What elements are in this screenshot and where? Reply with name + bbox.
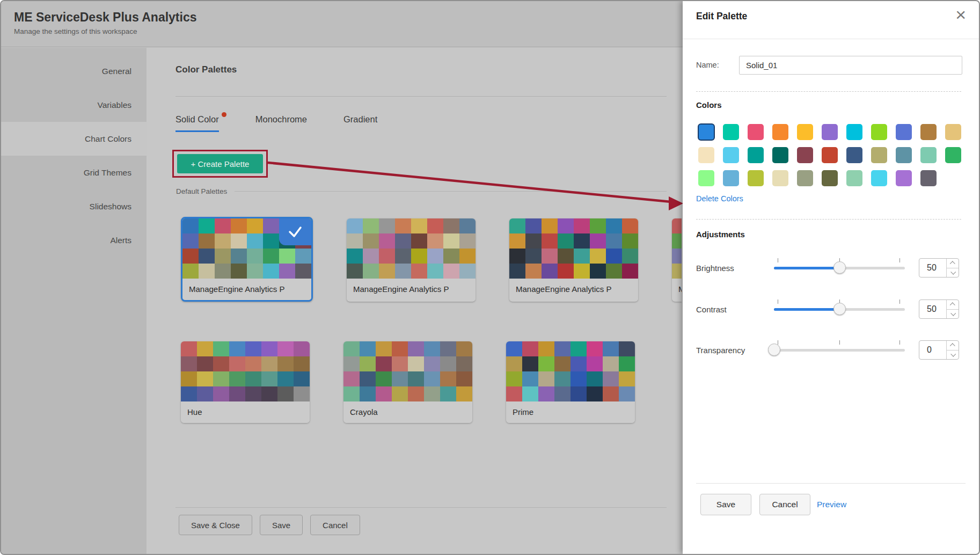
color-swatch[interactable]: [846, 147, 862, 163]
sidebar-item-chart-colors[interactable]: Chart Colors: [1, 122, 147, 156]
palette-swatch: [456, 371, 472, 386]
color-swatch-grid: [698, 124, 961, 186]
save-close-button[interactable]: Save & Close: [179, 515, 252, 535]
color-swatch[interactable]: [748, 124, 764, 140]
delete-colors-link[interactable]: Delete Colors: [696, 194, 743, 203]
tab-gradient[interactable]: Gradient: [343, 114, 377, 132]
spinner-down-icon[interactable]: [947, 310, 959, 319]
color-swatch[interactable]: [723, 170, 739, 186]
contrast-value-box: 50: [919, 300, 959, 319]
palette-swatch: [424, 341, 440, 356]
close-icon[interactable]: ×: [955, 5, 966, 24]
sidebar-item-slideshows[interactable]: Slideshows: [1, 189, 147, 223]
spinner-down-icon[interactable]: [947, 350, 959, 360]
palette-card[interactable]: Hue: [181, 341, 310, 423]
palette-swatch: [571, 341, 587, 356]
color-swatch[interactable]: [920, 147, 937, 163]
color-swatch[interactable]: [698, 124, 714, 140]
transparency-value[interactable]: 0: [919, 341, 946, 359]
color-swatch[interactable]: [723, 124, 739, 140]
color-swatch[interactable]: [772, 124, 788, 140]
palette-swatch: [229, 371, 245, 386]
palette-swatch: [181, 341, 197, 356]
color-swatch[interactable]: [822, 124, 838, 140]
slider-handle[interactable]: [768, 344, 780, 356]
color-swatch[interactable]: [822, 147, 838, 163]
sidebar-item-variables[interactable]: Variables: [1, 88, 147, 122]
tab-monochrome[interactable]: Monochrome: [255, 114, 307, 132]
color-swatch[interactable]: [698, 147, 714, 163]
palette-swatch: [392, 356, 408, 371]
palette-swatch: [558, 264, 574, 279]
cancel-button[interactable]: Cancel: [310, 515, 360, 535]
footer-separator: [175, 507, 667, 508]
create-palette-button[interactable]: + Create Palette: [177, 154, 263, 173]
color-swatch[interactable]: [920, 124, 937, 140]
palette-card[interactable]: M: [672, 218, 682, 302]
palette-swatch: [408, 386, 424, 401]
palette-card[interactable]: ManageEngine Analytics P: [181, 217, 313, 302]
palette-swatch: [574, 233, 590, 249]
color-swatch[interactable]: [748, 170, 764, 186]
transparency-slider[interactable]: [774, 344, 905, 356]
palette-swatch: [245, 356, 261, 371]
color-swatch[interactable]: [896, 124, 912, 140]
spinner-up-icon[interactable]: [947, 300, 959, 310]
sidebar-item-grid-themes[interactable]: Grid Themes: [1, 156, 147, 189]
color-swatch[interactable]: [896, 147, 912, 163]
brightness-slider[interactable]: [774, 261, 905, 274]
color-swatch[interactable]: [772, 170, 788, 186]
color-swatch[interactable]: [846, 124, 862, 140]
slider-handle[interactable]: [833, 303, 846, 315]
color-swatch[interactable]: [822, 170, 838, 186]
slider-track[interactable]: [774, 349, 905, 352]
palette-swatch: [522, 356, 538, 371]
slider-tick: [839, 340, 840, 345]
slider-fill: [774, 267, 839, 269]
palette-card[interactable]: ManageEngine Analytics P: [347, 218, 476, 302]
color-swatch[interactable]: [846, 170, 862, 186]
spinner-up-icon[interactable]: [947, 341, 959, 350]
palette-card[interactable]: ManageEngine Analytics P: [509, 218, 638, 302]
color-swatch[interactable]: [772, 147, 788, 163]
contrast-value[interactable]: 50: [919, 300, 946, 318]
create-palette-label: Create Palette: [198, 159, 250, 169]
palette-swatch: [360, 356, 376, 371]
brightness-value[interactable]: 50: [919, 259, 946, 277]
palette-card[interactable]: Prime: [506, 341, 635, 423]
color-swatch[interactable]: [920, 170, 937, 186]
panel-save-button[interactable]: Save: [700, 494, 751, 515]
color-swatch[interactable]: [723, 147, 739, 163]
preview-link[interactable]: Preview: [817, 500, 846, 509]
sidebar-item-alerts[interactable]: Alerts: [1, 223, 147, 257]
color-swatch[interactable]: [797, 170, 813, 186]
spinner-up-icon[interactable]: [947, 259, 959, 268]
tab-solid-color[interactable]: Solid Color: [175, 114, 219, 132]
palette-card[interactable]: Crayola: [343, 341, 472, 423]
color-swatch[interactable]: [945, 124, 961, 140]
palette-name-input[interactable]: [739, 56, 962, 75]
panel-cancel-button[interactable]: Cancel: [759, 494, 810, 515]
palette-swatch: [440, 341, 456, 356]
palette-swatch: [181, 386, 197, 401]
palette-swatch: [392, 371, 408, 386]
spinner-down-icon[interactable]: [947, 268, 959, 278]
slider-handle[interactable]: [833, 261, 846, 274]
color-swatch[interactable]: [896, 170, 912, 186]
sidebar-item-general[interactable]: General: [1, 54, 147, 88]
color-swatch[interactable]: [945, 147, 961, 163]
palette-swatch: [294, 341, 310, 356]
color-swatch[interactable]: [797, 124, 813, 140]
palette-swatch: [522, 371, 538, 386]
palette-swatch: [261, 386, 277, 401]
save-button[interactable]: Save: [260, 515, 303, 535]
palette-swatch: [277, 386, 294, 401]
color-swatch[interactable]: [698, 170, 714, 186]
color-swatch[interactable]: [871, 147, 887, 163]
color-swatch[interactable]: [748, 147, 764, 163]
color-swatch[interactable]: [797, 147, 813, 163]
color-swatch[interactable]: [871, 124, 887, 140]
palette-swatch: [411, 249, 427, 264]
contrast-slider[interactable]: [774, 303, 905, 316]
color-swatch[interactable]: [871, 170, 887, 186]
